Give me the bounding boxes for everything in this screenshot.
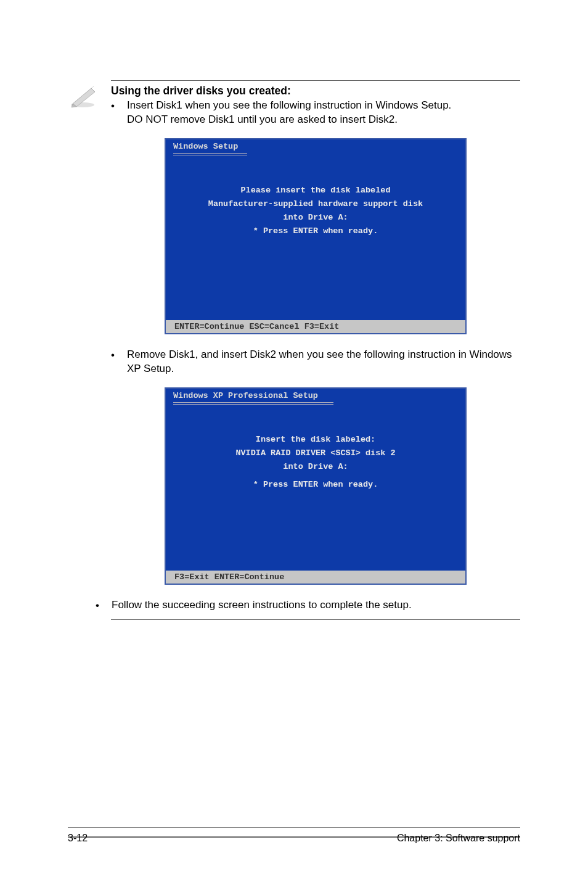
setup-body: Please insert the disk labeled Manufactu… (166, 155, 465, 320)
page-number: 3-12 (68, 833, 88, 844)
bullet-item-3: • Follow the succeeding screen instructi… (96, 598, 520, 613)
setup-statusbar: F3=Exit ENTER=Continue (166, 571, 465, 584)
bullet-dot: • (111, 99, 116, 127)
bullet1-line1: Insert Disk1 when you see the following … (127, 99, 451, 111)
bullet2-text: Remove Disk1, and insert Disk2 when you … (127, 348, 520, 376)
setup-body: Insert the disk labeled: NVIDIA RAID DRI… (166, 405, 465, 571)
page-footer: 3-12 Chapter 3: Software support (68, 827, 520, 844)
setup1-line3: into Drive A: (178, 213, 453, 222)
rule-bottom (111, 619, 520, 620)
bullet1-line2: DO NOT remove Disk1 until you are asked … (127, 113, 398, 125)
bullet-dot: • (96, 598, 100, 613)
setup2-line1: Insert the disk labeled: (178, 435, 453, 444)
page-content: Using the driver disks you created: • In… (0, 0, 588, 620)
chapter-label: Chapter 3: Software support (397, 833, 520, 844)
bullet-item-2: • Remove Disk1, and insert Disk2 when yo… (111, 348, 520, 376)
note-body: Using the driver disks you created: • In… (111, 80, 520, 620)
note-section: Using the driver disks you created: • In… (68, 80, 520, 620)
setup-title: Windows XP Professional Setup (166, 389, 465, 400)
setup1-line2: Manufacturer-supplied hardware support d… (178, 199, 453, 208)
bullet3-text: Follow the succeeding screen instruction… (112, 598, 520, 613)
setup-screen-1: Windows Setup Please insert the disk lab… (165, 138, 467, 334)
setup-screen-2: Windows XP Professional Setup Insert the… (165, 387, 467, 585)
setup2-line3: into Drive A: (178, 462, 453, 471)
pencil-icon (68, 83, 99, 108)
setup2-line2: NVIDIA RAID DRIVER <SCSI> disk 2 (178, 448, 453, 458)
bullet-text: Insert Disk1 when you see the following … (127, 99, 520, 127)
setup1-line4: * Press ENTER when ready. (178, 226, 453, 236)
setup2-line4: * Press ENTER when ready. (178, 480, 453, 489)
note-heading: Using the driver disks you created: (111, 85, 520, 97)
rule-top (111, 80, 520, 81)
bullet-dot: • (111, 348, 116, 376)
bullet-item-1: • Insert Disk1 when you see the followin… (111, 99, 520, 127)
setup-statusbar: ENTER=Continue ESC=Cancel F3=Exit (166, 320, 465, 333)
setup1-line1: Please insert the disk labeled (178, 186, 453, 195)
setup-title: Windows Setup (166, 139, 465, 151)
